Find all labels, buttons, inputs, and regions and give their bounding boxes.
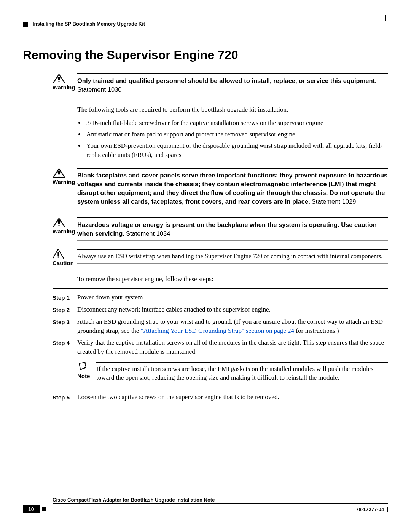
svg-point-14 — [57, 256, 59, 258]
note-icon — [77, 362, 88, 371]
step-text: Attach an ESD grounding strap to your wr… — [77, 317, 388, 335]
warning-text: Only trained and qualified personnel sho… — [77, 73, 388, 97]
caution-icon — [53, 249, 64, 259]
page-footer: Cisco CompactFlash Adapter for Bootflash… — [23, 497, 388, 513]
step-text: Power down your system. — [77, 293, 388, 302]
warning-block: Warning Only trained and qualified perso… — [53, 73, 388, 97]
step-label: Step 4 — [53, 338, 77, 347]
step-row: Step 3 Attach an ESD grounding strap to … — [53, 317, 388, 335]
footer-marker-icon — [42, 507, 46, 511]
svg-point-11 — [58, 225, 59, 226]
note-block: Note If the captive installation screws … — [77, 362, 388, 385]
step-label: Step 2 — [53, 305, 77, 314]
warning-text: Hazardous voltage or energy is present o… — [77, 217, 388, 241]
step-text: Loosen the two captive screws on the sup… — [77, 393, 388, 402]
steps-lead: To remove the supervisor engine, follow … — [77, 275, 388, 284]
caution-block: Caution Always use an ESD wrist strap wh… — [53, 249, 388, 267]
page-title: Removing the Supervisor Engine 720 — [23, 48, 388, 62]
step-label: Step 3 — [53, 317, 77, 326]
footer-doc-title: Cisco CompactFlash Adapter for Bootflash… — [53, 497, 388, 503]
note-label: Note — [77, 373, 90, 379]
warning-icon — [53, 73, 65, 83]
step-label: Step 5 — [53, 393, 77, 401]
warning-block: Warning Blank faceplates and cover panel… — [53, 168, 388, 209]
divider — [53, 503, 388, 504]
header-section-title: Installing the SP Bootflash Memory Upgra… — [33, 21, 145, 27]
tools-list: 3/16-inch flat-blade screwdriver for the… — [85, 118, 388, 159]
warning-icon — [53, 217, 65, 227]
step-text: Verify that the captive installation scr… — [77, 338, 388, 389]
step-text: Disconnect any network interface cables … — [77, 305, 388, 314]
warning-text: Blank faceplates and cover panels serve … — [77, 168, 388, 209]
warning-icon — [53, 168, 65, 178]
steps-list: Step 1 Power down your system. Step 2 Di… — [53, 288, 388, 401]
header-marker-icon — [23, 22, 28, 27]
warning-label: Warning — [53, 179, 75, 185]
running-header: Installing the SP Bootflash Memory Upgra… — [23, 21, 388, 29]
note-text: If the captive installation screws are l… — [96, 362, 388, 385]
divider — [53, 288, 388, 289]
intro-paragraph: The following tools are required to perf… — [77, 105, 388, 114]
caution-label: Caution — [53, 260, 74, 266]
crop-mark — [387, 507, 388, 512]
list-item: Antistatic mat or foam pad to support an… — [85, 130, 388, 139]
list-item: Your own ESD-prevention equipment or the… — [85, 141, 388, 160]
crop-mark — [385, 15, 386, 21]
step-label: Step 1 — [53, 293, 77, 302]
warning-label: Warning — [53, 84, 75, 91]
caution-text: Always use an ESD wrist strap when handl… — [77, 249, 388, 263]
step-row: Step 2 Disconnect any network interface … — [53, 305, 388, 314]
step-row: Step 1 Power down your system. — [53, 293, 388, 302]
step-row: Step 5 Loosen the two captive screws on … — [53, 393, 388, 402]
warning-label: Warning — [53, 228, 75, 235]
svg-point-7 — [58, 175, 59, 176]
part-number: 78-17277-04 — [356, 506, 384, 512]
cross-reference-link[interactable]: "Attaching Your ESD Grounding Strap" sec… — [141, 327, 294, 334]
svg-rect-13 — [57, 252, 59, 256]
step-row: Step 4 Verify that the captive installat… — [53, 338, 388, 389]
svg-point-3 — [58, 81, 59, 82]
list-item: 3/16-inch flat-blade screwdriver for the… — [85, 118, 388, 128]
page-number: 10 — [23, 505, 40, 513]
warning-block: Warning Hazardous voltage or energy is p… — [53, 217, 388, 241]
